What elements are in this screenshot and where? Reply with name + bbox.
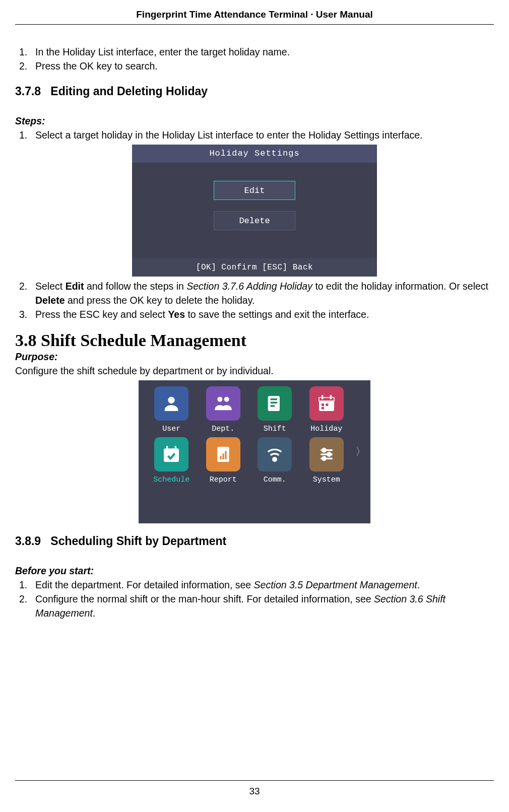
purpose-text: Configure the shift schedule by departme… bbox=[15, 364, 494, 378]
svg-point-2 bbox=[224, 397, 229, 402]
menu-tile-system[interactable]: System bbox=[303, 437, 351, 484]
svg-rect-5 bbox=[271, 402, 277, 403]
text: and press the OK key to delete the holid… bbox=[65, 295, 255, 306]
list-text: In the Holiday List interface, enter the… bbox=[35, 45, 494, 59]
tile-label: Report bbox=[200, 476, 247, 484]
schedule-icon bbox=[154, 437, 188, 471]
list-item: 1. Select a target holiday in the Holida… bbox=[19, 128, 494, 142]
main-menu-screenshot: UserDept.ShiftHolidayScheduleReportComm.… bbox=[139, 380, 370, 523]
list-number: 1. bbox=[19, 45, 35, 59]
bold-text: Yes bbox=[168, 309, 185, 320]
text: to save the settings and exit the interf… bbox=[185, 309, 369, 320]
page-header: Fingerprint Time Attendance Terminal · U… bbox=[15, 0, 494, 25]
svg-rect-14 bbox=[164, 448, 179, 462]
svg-rect-8 bbox=[319, 397, 334, 401]
section-heading-389: 3.8.9 Scheduling Shift by Department bbox=[15, 534, 494, 548]
svg-rect-6 bbox=[271, 405, 275, 407]
section-title: Editing and Deleting Holiday bbox=[50, 85, 208, 98]
menu-tile-comm[interactable]: Comm. bbox=[251, 437, 299, 484]
svg-rect-13 bbox=[322, 407, 324, 410]
bold-text: Edit bbox=[66, 281, 84, 292]
text: Press the ESC key and select bbox=[35, 309, 168, 320]
list-item: 1. In the Holiday List interface, enter … bbox=[19, 45, 494, 59]
italic-text: Section 3.5 Department Management bbox=[254, 579, 417, 590]
purpose-label: Purpose: bbox=[15, 351, 494, 363]
text: Edit the department. For detailed inform… bbox=[35, 579, 254, 590]
section-heading-38: 3.8 Shift Schedule Management bbox=[15, 331, 494, 350]
delete-button[interactable]: Delete bbox=[214, 211, 295, 230]
menu-tile-shift[interactable]: Shift bbox=[251, 386, 299, 433]
dept-icon bbox=[206, 386, 240, 421]
svg-point-23 bbox=[322, 448, 326, 452]
comm-icon bbox=[258, 437, 292, 471]
section-num: 3.7.8 bbox=[15, 85, 41, 98]
svg-point-27 bbox=[322, 457, 326, 460]
tile-label: User bbox=[148, 425, 196, 433]
section-num: 3.8 bbox=[15, 331, 37, 350]
section-heading-378: 3.7.8 Editing and Deleting Holiday bbox=[15, 85, 494, 98]
list-text: Press the OK key to search. bbox=[35, 59, 494, 73]
section-title: Shift Schedule Management bbox=[41, 331, 246, 350]
report-icon bbox=[206, 437, 240, 471]
menu-tile-user[interactable]: User bbox=[148, 386, 196, 433]
list-text: Select Edit and follow the steps in Sect… bbox=[35, 279, 494, 308]
section-title: Scheduling Shift by Department bbox=[50, 534, 226, 548]
svg-rect-12 bbox=[326, 403, 328, 406]
list-text: Edit the department. For detailed inform… bbox=[35, 578, 494, 592]
svg-rect-4 bbox=[271, 398, 277, 400]
list-item: 2. Configure the normal shift or the man… bbox=[19, 592, 494, 621]
svg-rect-15 bbox=[166, 446, 168, 450]
bold-text: Delete bbox=[35, 295, 65, 306]
menu-tile-schedule[interactable]: Schedule bbox=[148, 437, 196, 484]
menu-tile-report[interactable]: Report bbox=[200, 437, 247, 484]
list-text: Configure the normal shift or the man-ho… bbox=[35, 592, 494, 621]
list-text: Press the ESC key and select Yes to save… bbox=[35, 307, 494, 321]
system-icon bbox=[309, 437, 344, 471]
menu-tile-dept[interactable]: Dept. bbox=[200, 386, 247, 433]
tile-label: Comm. bbox=[251, 476, 299, 484]
svg-rect-9 bbox=[322, 395, 323, 399]
list-item: 1. Edit the department. For detailed inf… bbox=[19, 578, 494, 592]
holiday-settings-screenshot: Holiday Settings Edit Delete [OK] Confir… bbox=[132, 145, 377, 277]
svg-point-21 bbox=[273, 458, 277, 461]
edit-button[interactable]: Edit bbox=[214, 181, 295, 200]
menu-tile-holiday[interactable]: Holiday bbox=[303, 386, 351, 433]
list-number: 2. bbox=[19, 592, 35, 621]
before-you-start-label: Before you start: bbox=[15, 565, 494, 577]
page-number: 33 bbox=[15, 780, 494, 797]
text: . bbox=[93, 607, 95, 619]
list-number: 2. bbox=[19, 59, 35, 73]
svg-point-25 bbox=[327, 453, 331, 456]
list-number: 1. bbox=[19, 128, 35, 142]
svg-point-0 bbox=[168, 397, 175, 403]
svg-rect-18 bbox=[220, 456, 221, 459]
list-number: 2. bbox=[19, 279, 35, 308]
text: Configure the normal shift or the man-ho… bbox=[35, 593, 374, 604]
holiday-icon bbox=[309, 386, 344, 421]
svg-point-1 bbox=[217, 397, 222, 402]
text: and follow the steps in bbox=[84, 281, 186, 292]
svg-rect-11 bbox=[322, 403, 324, 406]
svg-rect-16 bbox=[175, 446, 176, 450]
steps-label: Steps: bbox=[15, 115, 494, 127]
chevron-right-icon[interactable]: 〉 bbox=[355, 444, 366, 459]
content-area: 1. In the Holiday List interface, enter … bbox=[0, 25, 509, 621]
list-item: 2. Select Edit and follow the steps in S… bbox=[19, 279, 494, 308]
dialog-title: Holiday Settings bbox=[132, 145, 377, 163]
svg-rect-20 bbox=[225, 451, 226, 459]
shift-icon bbox=[258, 386, 292, 421]
list-number: 1. bbox=[19, 578, 35, 592]
dialog-footer: [OK] Confirm [ESC] Back bbox=[132, 258, 377, 277]
user-icon bbox=[154, 386, 188, 421]
list-item: 3. Press the ESC key and select Yes to s… bbox=[19, 307, 494, 321]
tile-label: System bbox=[303, 476, 351, 484]
svg-rect-19 bbox=[222, 453, 224, 459]
italic-text: Section 3.7.6 Adding Holiday bbox=[186, 281, 312, 292]
list-number: 3. bbox=[19, 307, 35, 321]
list-text: Select a target holiday in the Holiday L… bbox=[35, 128, 494, 142]
text: . bbox=[417, 579, 420, 590]
tile-label: Shift bbox=[251, 425, 299, 433]
text: to edit the holiday information. Or sele… bbox=[312, 281, 488, 292]
text: Select bbox=[35, 281, 66, 292]
tile-label: Schedule bbox=[148, 476, 196, 484]
